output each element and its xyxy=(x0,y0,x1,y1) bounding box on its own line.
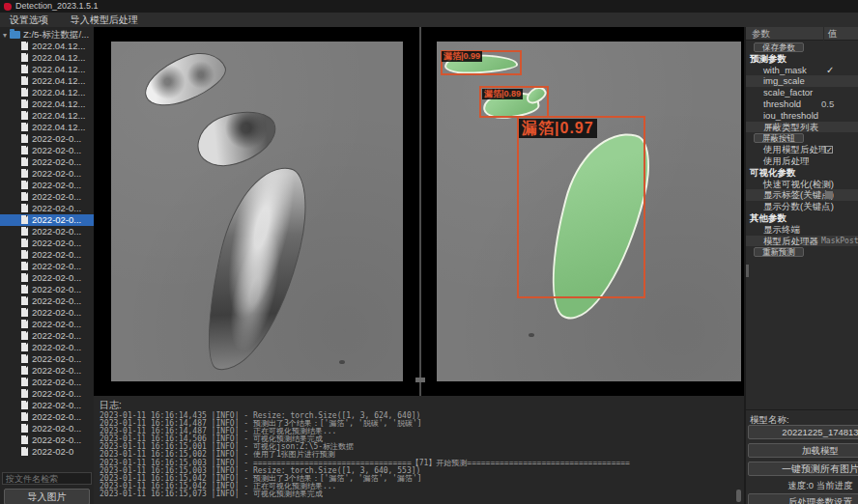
param-row: 其他参数 xyxy=(746,212,858,224)
defect-blob xyxy=(137,43,232,115)
panel-splitter[interactable] xyxy=(419,27,421,396)
tree-item[interactable]: 2022-02-0... xyxy=(0,133,94,145)
tree-item[interactable]: 2022-02-0... xyxy=(0,423,94,434)
tree-item-label: 2022-02-0... xyxy=(32,238,81,248)
tree-item[interactable]: 2022.04.12... xyxy=(0,87,94,98)
chevron-down-icon[interactable]: ▾ xyxy=(0,30,10,41)
tree-item[interactable]: 2022-02-0... xyxy=(0,272,94,284)
log-panel: 日志: 2023-01-11 16:16:14,435 |INFO| - Res… xyxy=(94,396,744,504)
file-icon xyxy=(21,111,28,120)
tree-item[interactable]: 2022.04.12... xyxy=(0,64,94,75)
tree-root-folder[interactable]: ▾Z:/5-标注数据/... xyxy=(0,29,94,41)
postprocess-params-button[interactable]: 后处理参数设置 xyxy=(748,493,858,504)
file-icon xyxy=(21,88,28,97)
tree-item[interactable]: 2022.04.12... xyxy=(0,122,94,133)
param-label: 模型后处理器 xyxy=(763,236,818,247)
tree-item[interactable]: 2022-02-0... xyxy=(0,145,94,156)
tree-item-label: 2022-02-0... xyxy=(32,180,81,190)
param-section-label: 可视化参数 xyxy=(750,167,796,179)
tree-item[interactable]: 2022-02-0... xyxy=(0,156,94,168)
tree-item-label: 2022.04.12... xyxy=(32,110,85,121)
log-scrollbar[interactable] xyxy=(736,490,741,502)
tree-item[interactable]: 2022-02-0... xyxy=(0,342,94,353)
param-row: 使用后处理 xyxy=(746,155,858,167)
menu-import-postprocess[interactable]: 导入模型后处理 xyxy=(61,13,148,27)
tree-item[interactable]: 2022.04.12... xyxy=(0,41,94,52)
tree-item[interactable]: 2022-02-0... xyxy=(0,214,94,226)
tree-item[interactable]: 2022-02-0... xyxy=(0,249,94,261)
title-bar: Detection_2023.1.5.1 xyxy=(0,0,858,13)
param-row: 屏蔽类型列表 xyxy=(746,122,858,133)
model-name-value[interactable]: 20221225_174813 xyxy=(748,425,858,439)
param-row: scale_factor xyxy=(746,87,858,98)
param-row: 重新预测 xyxy=(746,246,858,258)
tree-item[interactable]: 2022.04.12... xyxy=(0,52,94,64)
file-icon xyxy=(21,320,28,328)
param-value: MaskPostPro xyxy=(821,236,858,247)
param-row: 预测参数 xyxy=(746,53,858,65)
search-input[interactable] xyxy=(2,472,92,485)
tree-item[interactable]: 2022-02-0... xyxy=(0,203,94,214)
predict-all-button[interactable]: 一键预测所有图片 xyxy=(748,462,858,476)
file-icon xyxy=(21,53,28,62)
tree-item[interactable]: 2022.04.12... xyxy=(0,110,94,122)
folder-icon xyxy=(10,31,20,39)
app-icon xyxy=(4,3,12,11)
prediction-image-panel[interactable]: 漏箔|0.99 漏箔|0.89 漏箔|0.97 xyxy=(437,42,741,381)
tree-item[interactable]: 2022-02-0... xyxy=(0,434,94,446)
params-scrollbar[interactable] xyxy=(746,265,749,277)
tree-item[interactable]: 2022-02-0... xyxy=(0,180,94,191)
tree-item-label: 2022-02-0... xyxy=(32,284,81,294)
tree-item[interactable]: 2022-02-0... xyxy=(0,307,94,319)
file-icon xyxy=(21,157,28,166)
param-section-label: 预测参数 xyxy=(750,53,786,65)
tree-item[interactable]: 2022.04.12... xyxy=(0,75,94,87)
param-row: 保存参数 xyxy=(746,42,858,53)
param-label: iou_threshold xyxy=(763,110,818,122)
tree-item-label: 2022-02-0... xyxy=(32,168,81,179)
tree-item[interactable]: 2022-02-0 xyxy=(0,446,94,458)
param-label: 显示终端 xyxy=(763,224,800,236)
tree-item[interactable]: 2022-02-0... xyxy=(0,261,94,272)
file-icon xyxy=(21,123,28,131)
tree-item[interactable]: 2022-02-0... xyxy=(0,330,94,342)
load-model-button[interactable]: 加载模型 xyxy=(748,443,858,458)
checkbox[interactable] xyxy=(825,191,833,199)
tree-item[interactable]: 2022-02-0... xyxy=(0,411,94,423)
param-button[interactable]: 保存参数 xyxy=(754,42,804,52)
tree-item-label: 2022-02-0... xyxy=(32,214,81,225)
tree-item[interactable]: 2022-02-0... xyxy=(0,191,94,203)
file-tree-list: 2022.04.12...2022.04.12...2022.04.12...2… xyxy=(0,41,94,487)
tree-item[interactable]: 2022-02-0... xyxy=(0,319,94,330)
import-images-button[interactable]: 导入图片 xyxy=(4,489,90,504)
param-label: 屏蔽类型列表 xyxy=(763,122,818,133)
checkbox[interactable]: ✓ xyxy=(825,146,833,154)
splitter-handle[interactable] xyxy=(415,378,425,382)
tree-item-label: 2022.04.12... xyxy=(32,98,85,109)
tree-item[interactable]: 2022.04.12... xyxy=(0,98,94,110)
tree-item[interactable]: 2022-02-0... xyxy=(0,353,94,365)
tree-item-label: 2022-02-0... xyxy=(32,353,81,364)
tree-item[interactable]: 2022-02-0... xyxy=(0,226,94,238)
file-icon xyxy=(21,401,28,409)
tree-item[interactable]: 2022-02-0... xyxy=(0,377,94,388)
file-icon xyxy=(21,354,28,363)
tree-item[interactable]: 2022-02-0... xyxy=(0,400,94,411)
param-button[interactable]: 屏蔽按钮 xyxy=(754,133,804,143)
tree-item[interactable]: 2022-02-0... xyxy=(0,238,94,249)
param-label: 显示分数(关键点) xyxy=(763,201,834,212)
tree-item[interactable]: 2022-02-0... xyxy=(0,295,94,307)
tree-item-label: 2022-02-0... xyxy=(32,156,81,167)
log-lines: 2023-01-11 16:16:14,435 |INFO| - Resize:… xyxy=(100,412,737,498)
column-header-param: 参数 xyxy=(752,27,770,41)
param-label: img_scale xyxy=(763,75,805,87)
tree-item[interactable]: 2022-02-0... xyxy=(0,168,94,180)
source-image-panel[interactable] xyxy=(111,42,403,381)
tree-item[interactable]: 2022-02-0... xyxy=(0,365,94,377)
file-icon xyxy=(21,204,28,212)
param-button[interactable]: 重新预测 xyxy=(754,247,804,257)
tree-item[interactable]: 2022-02-0... xyxy=(0,388,94,400)
tree-item-label: 2022-02-0... xyxy=(32,203,81,213)
menu-settings[interactable]: 设置选项 xyxy=(0,13,58,27)
tree-item[interactable]: 2022-02-0... xyxy=(0,284,94,295)
